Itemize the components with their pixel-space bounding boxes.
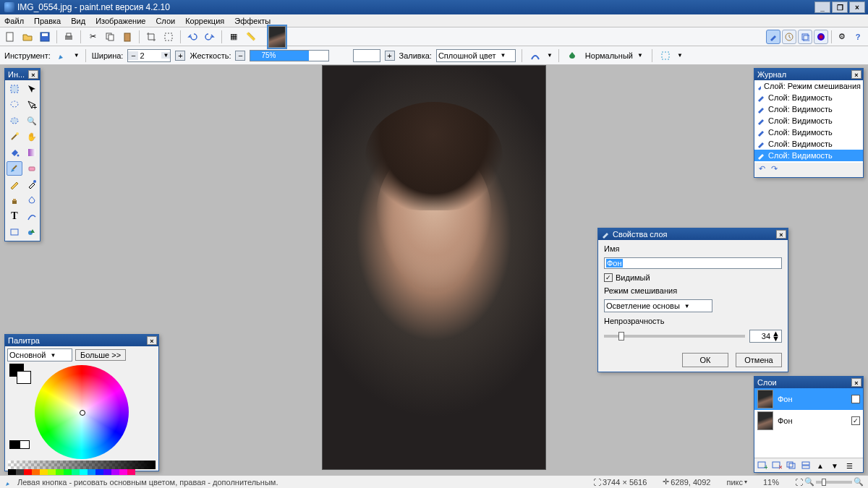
- layerprops-opacity-input[interactable]: ▲▼: [749, 330, 782, 343]
- lasso-tool[interactable]: [7, 98, 22, 112]
- layer-item[interactable]: Фон✓: [754, 410, 863, 432]
- zoom-out-icon[interactable]: 🔍: [804, 477, 814, 487]
- history-list[interactable]: Слой: Режим смешиванияСлой: ВидимостьСло…: [754, 80, 863, 163]
- layerprops-cancel-button[interactable]: Отмена: [736, 353, 782, 367]
- settings-icon[interactable]: ⚙: [835, 30, 849, 44]
- swatch-a[interactable]: [9, 440, 20, 449]
- color-wheel[interactable]: [35, 365, 129, 459]
- pencil-tool[interactable]: [7, 177, 22, 192]
- gradient-tool[interactable]: [24, 145, 40, 160]
- add-layer-icon[interactable]: +: [756, 460, 769, 471]
- menu-adjust[interactable]: Коррекция: [185, 17, 224, 25]
- recolor-tool[interactable]: [24, 193, 40, 207]
- document-thumbnail[interactable]: [268, 26, 286, 48]
- delete-layer-icon[interactable]: ×: [770, 460, 783, 471]
- brush-width-spinner[interactable]: − ▼: [127, 49, 171, 62]
- menu-layers[interactable]: Слои: [156, 17, 175, 25]
- layers-list[interactable]: Фон✓Фон✓: [754, 388, 863, 458]
- layer-visible-checkbox[interactable]: ✓: [851, 395, 860, 403]
- primary-secondary-swatches[interactable]: [9, 364, 24, 390]
- text-tool[interactable]: T: [7, 209, 22, 223]
- paintbrush-tool[interactable]: [7, 161, 22, 176]
- crop-icon[interactable]: [144, 30, 158, 44]
- history-item[interactable]: Слой: Видимость: [754, 115, 863, 127]
- close-button[interactable]: ×: [849, 1, 865, 13]
- history-item[interactable]: Слой: Видимость: [754, 92, 863, 103]
- hardness-numbox[interactable]: [353, 49, 380, 62]
- layers-close-icon[interactable]: ×: [851, 378, 861, 387]
- menu-file[interactable]: Файл: [4, 17, 24, 25]
- undo-history-icon[interactable]: ↶: [759, 164, 765, 174]
- redo-history-icon[interactable]: ↷: [771, 164, 778, 174]
- panel-colors-toggle[interactable]: [814, 30, 828, 44]
- brush-width-input[interactable]: [138, 51, 161, 60]
- cut-icon[interactable]: ✂: [85, 30, 100, 44]
- layer-visible-checkbox[interactable]: ✓: [851, 416, 860, 425]
- fit-icon[interactable]: ⛶: [795, 478, 803, 487]
- history-close-icon[interactable]: ×: [851, 70, 861, 79]
- brush-width-plus[interactable]: +: [175, 49, 185, 62]
- copy-icon[interactable]: [103, 30, 117, 44]
- minimize-button[interactable]: _: [814, 1, 830, 13]
- duplicate-layer-icon[interactable]: [785, 460, 798, 471]
- layerprops-visible-checkbox[interactable]: ✓: [604, 273, 613, 282]
- ellipse-select-tool[interactable]: [7, 114, 22, 128]
- layer-props-icon[interactable]: ☰: [843, 460, 856, 471]
- layer-down-icon[interactable]: ▼: [828, 460, 841, 471]
- history-item[interactable]: Слой: Видимость: [754, 138, 863, 150]
- hardness-minus[interactable]: −: [235, 51, 245, 61]
- magic-wand-tool[interactable]: [7, 129, 22, 144]
- color-picker-tool[interactable]: [24, 177, 40, 192]
- layer-up-icon[interactable]: ▲: [814, 460, 827, 471]
- history-item[interactable]: Слой: Видимость: [754, 103, 863, 115]
- zoom-slider[interactable]: [816, 481, 852, 484]
- blend-combo[interactable]: Нормальный▼: [584, 49, 646, 62]
- help-icon[interactable]: ?: [851, 30, 865, 44]
- fill-tool[interactable]: [7, 145, 22, 160]
- panel-tools-toggle[interactable]: [766, 30, 780, 44]
- menu-view[interactable]: Вид: [71, 17, 85, 25]
- layerprops-name-input[interactable]: Фон: [604, 257, 782, 269]
- colors-close-icon[interactable]: ×: [147, 336, 157, 345]
- panel-layers-toggle[interactable]: [798, 30, 812, 44]
- undo-icon[interactable]: [185, 30, 200, 44]
- alpha-slider[interactable]: [8, 461, 156, 469]
- clone-tool[interactable]: [7, 193, 22, 207]
- save-icon[interactable]: [38, 30, 52, 44]
- deselect-icon[interactable]: [161, 30, 176, 44]
- color-mode-combo[interactable]: Основной▼: [7, 348, 72, 361]
- canvas-image[interactable]: [322, 65, 546, 470]
- merge-layer-icon[interactable]: [799, 460, 812, 471]
- current-tool-icon[interactable]: [55, 48, 69, 63]
- layerprops-close-icon[interactable]: ×: [776, 230, 786, 239]
- menu-effects[interactable]: Эффекты: [234, 17, 271, 25]
- redo-icon[interactable]: [203, 30, 217, 44]
- fill-combo[interactable]: Сплошной цвет▼: [436, 49, 516, 62]
- rectangle-tool[interactable]: [7, 225, 22, 239]
- grid-icon[interactable]: ▦: [226, 30, 241, 44]
- open-icon[interactable]: [20, 30, 35, 44]
- maximize-button[interactable]: ❐: [832, 1, 848, 13]
- menu-image[interactable]: Изображение: [95, 17, 145, 25]
- menu-edit[interactable]: Правка: [34, 17, 61, 25]
- layerprops-ok-button[interactable]: ОК: [682, 353, 728, 367]
- new-icon[interactable]: [3, 30, 17, 44]
- history-item[interactable]: Слой: Режим смешивания: [754, 80, 863, 92]
- layerprops-blend-combo[interactable]: Осветление основы▼: [604, 299, 712, 312]
- history-item[interactable]: Слой: Видимость: [754, 127, 863, 138]
- panel-history-toggle[interactable]: [782, 30, 796, 44]
- rect-select-tool[interactable]: [7, 82, 22, 96]
- antialias-icon[interactable]: [528, 48, 542, 63]
- print-icon[interactable]: [61, 30, 76, 44]
- blend-icon[interactable]: [565, 48, 579, 63]
- more-button[interactable]: Больше >>: [75, 349, 126, 361]
- zoom-tool[interactable]: 🔍: [24, 114, 40, 128]
- layer-item[interactable]: Фон✓: [754, 388, 863, 410]
- line-tool[interactable]: [24, 209, 40, 223]
- ruler-icon[interactable]: 📏: [244, 30, 258, 44]
- eraser-tool[interactable]: [24, 161, 40, 176]
- history-item[interactable]: Слой: Видимость: [754, 150, 863, 161]
- pan-tool[interactable]: ✋: [24, 129, 40, 144]
- swatch-b[interactable]: [20, 440, 30, 449]
- move-selection-tool[interactable]: [24, 82, 40, 96]
